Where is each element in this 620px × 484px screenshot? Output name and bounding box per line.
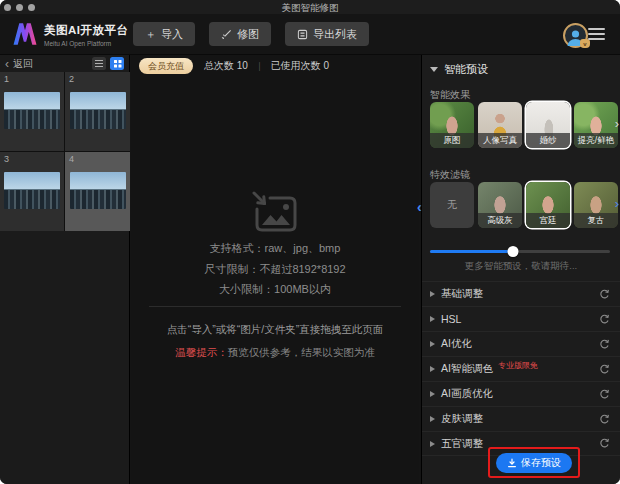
reset-icon[interactable] [599,364,610,375]
back-button[interactable]: ‹ 返回 [5,57,33,71]
section-label: AI优化 [441,337,472,351]
notice-label: 温馨提示： [175,346,228,358]
window-title: 美图智能修图 [0,0,620,15]
reset-icon[interactable] [599,438,610,449]
section-ai-quality[interactable]: AI画质优化 [422,381,620,406]
panel-collapse-arrow[interactable]: ‹ [417,199,422,215]
section-label: 五官调整 [441,437,483,451]
photo-list-sidebar: ‹ 返回 1 2 3 4 [0,55,130,484]
back-button-label: 返回 [13,57,33,71]
thumbnail-number: 2 [69,74,74,84]
effect-portrait[interactable]: 人像写真 [478,102,522,148]
thumbnail-grid: 1 2 3 4 [0,72,130,231]
member-recharge-button[interactable]: 会员充值 [139,58,193,74]
export-list-button[interactable]: 导出列表 [285,22,369,46]
app-header: 美图AI开放平台 Meitu AI Open Platform ＋ 导入 修图 [0,14,620,55]
filter-strength-slider[interactable] [430,245,610,257]
main-drop-area: 会员充值 总次数 10 ｜ 已使用次数 0 支持格式：raw、jpg、bmp 尺… [131,55,419,484]
reset-icon[interactable] [599,389,610,400]
thumbnail-number: 3 [4,154,9,164]
total-count: 总次数 10 [204,59,248,73]
pro-free-badge: 专业版限免 [498,360,538,371]
effect-label: 提亮/鲜艳 [574,133,618,148]
effect-brighten-vivid[interactable]: 提亮/鲜艳 [574,102,618,148]
section-ai-smart-color[interactable]: AI智能调色 专业版限免 [422,356,620,381]
titlebar: 美图智能修图 [0,0,620,14]
section-label: AI画质优化 [441,387,493,401]
reset-icon[interactable] [599,289,610,300]
import-button[interactable]: ＋ 导入 [133,22,195,46]
save-icon [507,458,517,468]
smart-preset-panel: ‹ 智能预设 智能效果 原图 人像写真 婚纱 提亮/鲜艳 › 特效滤镜 无 [421,55,620,484]
photo-thumbnail-2[interactable]: 2 [65,72,130,151]
caret-right-icon [430,366,435,372]
caret-down-icon [430,67,438,72]
filters-scroll-right-icon[interactable]: › [615,197,619,210]
save-preset-button[interactable]: 保存预设 [496,453,572,473]
filter-palace-selected[interactable]: 宫廷 [526,182,570,228]
section-ai-optimize[interactable]: AI优化 [422,331,620,356]
group-photo-image [70,172,126,209]
meitu-logo-icon [12,23,38,49]
section-label: 皮肤调整 [441,412,483,426]
view-toggles [92,57,124,70]
filter-none[interactable]: 无 [430,182,474,228]
header-toolbar: ＋ 导入 修图 导出列表 [133,22,369,46]
plus-icon: ＋ [145,27,156,42]
brand-subtitle: Meitu AI Open Platform [44,40,129,47]
caret-right-icon [430,291,435,297]
caret-right-icon [430,341,435,347]
filters-title: 特效滤镜 [430,168,470,182]
section-label: HSL [441,313,461,325]
annotation-highlight-box: 保存预设 [488,447,580,478]
retouch-button-label: 修图 [237,27,259,42]
list-view-button[interactable] [92,57,106,70]
slider-fill [430,250,513,253]
slider-handle[interactable] [507,246,518,257]
filter-label: 宫廷 [526,213,570,228]
smart-effects-row: 原图 人像写真 婚纱 提亮/鲜艳 [430,102,620,150]
effect-wedding-selected[interactable]: 婚纱 [526,102,570,148]
section-hsl[interactable]: HSL [422,306,620,331]
effect-original[interactable]: 原图 [430,102,474,148]
filter-retro[interactable]: 复古 [574,182,618,228]
section-label: 基础调整 [441,287,483,301]
thumbnail-number: 1 [4,74,9,84]
format-line: 支持格式：raw、jpg、bmp [131,238,419,259]
brand-block: 美图AI开放平台 Meitu AI Open Platform [44,23,129,47]
caret-right-icon [430,391,435,397]
smart-preset-section-header[interactable]: 智能预设 [430,62,488,77]
smart-effects-title: 智能效果 [430,88,470,102]
group-photo-image [4,92,60,129]
reset-icon[interactable] [599,414,610,425]
save-preset-label: 保存预设 [521,456,561,470]
membership-bar: 会员充值 总次数 10 ｜ 已使用次数 0 [139,57,329,75]
export-list-button-label: 导出列表 [313,27,357,42]
group-photo-image [4,172,60,209]
reset-icon[interactable] [599,339,610,350]
user-avatar[interactable]: v [563,23,588,48]
photo-thumbnail-1[interactable]: 1 [0,72,64,151]
import-image-icon [249,188,301,244]
filter-advanced-gray[interactable]: 高级灰 [478,182,522,228]
effects-scroll-right-icon[interactable]: › [615,117,619,130]
reset-icon[interactable] [599,314,610,325]
app-window: 美图智能修图 美图AI开放平台 Meitu AI Open Platform ＋… [0,0,620,484]
notice-line: 温馨提示：预览仅供参考，结果以实图为准 [131,346,419,360]
used-count: 已使用次数 0 [271,59,329,73]
vip-badge-icon: v [580,39,590,48]
upload-requirements: 支持格式：raw、jpg、bmp 尺寸限制：不超过8192*8192 大小限制：… [131,238,419,300]
section-skin-adjust[interactable]: 皮肤调整 [422,406,620,431]
dimension-line: 尺寸限制：不超过8192*8192 [131,259,419,280]
menu-button[interactable] [588,28,605,40]
more-presets-note: 更多智能预设，敬请期待... [422,260,620,273]
grid-view-button[interactable] [110,57,124,70]
effect-label: 婚纱 [526,133,570,148]
magic-wand-icon [221,29,232,40]
section-basic-adjust[interactable]: 基础调整 [422,281,620,306]
photo-thumbnail-4-selected[interactable]: 4 [65,152,130,231]
export-list-icon [297,29,308,40]
photo-thumbnail-3[interactable]: 3 [0,152,64,231]
retouch-button[interactable]: 修图 [209,22,271,46]
adjustment-sections: 基础调整 HSL AI优化 AI智能调色 [422,281,620,456]
